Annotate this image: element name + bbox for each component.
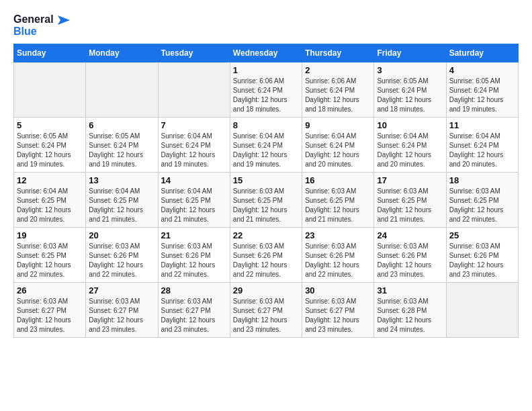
day-header-thursday: Thursday [302, 44, 374, 62]
day-header-saturday: Saturday [446, 44, 518, 62]
day-info: Sunrise: 6:04 AM Sunset: 6:24 PM Dayligh… [377, 132, 443, 169]
calendar-cell: 14Sunrise: 6:04 AM Sunset: 6:25 PM Dayli… [158, 173, 230, 228]
calendar-cell: 8Sunrise: 6:04 AM Sunset: 6:24 PM Daylig… [230, 118, 302, 173]
day-number: 19 [17, 230, 83, 240]
day-number: 16 [305, 175, 371, 185]
calendar-cell: 26Sunrise: 6:03 AM Sunset: 6:27 PM Dayli… [14, 283, 86, 338]
day-number: 29 [233, 285, 299, 295]
day-number: 6 [89, 120, 154, 130]
calendar-cell: 30Sunrise: 6:03 AM Sunset: 6:27 PM Dayli… [302, 283, 374, 338]
day-number: 7 [161, 120, 227, 130]
calendar-cell: 28Sunrise: 6:03 AM Sunset: 6:27 PM Dayli… [158, 283, 230, 338]
day-info: Sunrise: 6:05 AM Sunset: 6:24 PM Dayligh… [89, 132, 154, 169]
day-info: Sunrise: 6:03 AM Sunset: 6:25 PM Dayligh… [17, 242, 83, 279]
day-info: Sunrise: 6:03 AM Sunset: 6:26 PM Dayligh… [449, 242, 515, 279]
calendar-cell: 6Sunrise: 6:05 AM Sunset: 6:24 PM Daylig… [86, 118, 158, 173]
day-number: 20 [89, 230, 154, 240]
day-number: 14 [161, 175, 227, 185]
calendar-cell: 15Sunrise: 6:03 AM Sunset: 6:25 PM Dayli… [230, 173, 302, 228]
calendar-cell: 22Sunrise: 6:03 AM Sunset: 6:26 PM Dayli… [230, 228, 302, 283]
calendar-cell: 4Sunrise: 6:05 AM Sunset: 6:24 PM Daylig… [446, 62, 518, 118]
logo-blue: Blue [13, 26, 70, 38]
calendar-cell: 31Sunrise: 6:03 AM Sunset: 6:28 PM Dayli… [374, 283, 446, 338]
day-number: 8 [233, 120, 299, 130]
day-number: 17 [377, 175, 443, 185]
day-info: Sunrise: 6:05 AM Sunset: 6:24 PM Dayligh… [449, 77, 515, 114]
calendar-cell: 24Sunrise: 6:03 AM Sunset: 6:26 PM Dayli… [374, 228, 446, 283]
calendar-cell: 25Sunrise: 6:03 AM Sunset: 6:26 PM Dayli… [446, 228, 518, 283]
day-info: Sunrise: 6:05 AM Sunset: 6:24 PM Dayligh… [377, 77, 443, 114]
day-number: 9 [305, 120, 371, 130]
day-info: Sunrise: 6:03 AM Sunset: 6:25 PM Dayligh… [449, 187, 515, 224]
calendar-cell: 7Sunrise: 6:04 AM Sunset: 6:24 PM Daylig… [158, 118, 230, 173]
day-number: 11 [449, 120, 515, 130]
day-info: Sunrise: 6:04 AM Sunset: 6:25 PM Dayligh… [161, 187, 227, 224]
calendar-cell: 10Sunrise: 6:04 AM Sunset: 6:24 PM Dayli… [374, 118, 446, 173]
day-info: Sunrise: 6:04 AM Sunset: 6:24 PM Dayligh… [449, 132, 515, 169]
day-info: Sunrise: 6:04 AM Sunset: 6:25 PM Dayligh… [17, 187, 83, 224]
day-number: 24 [377, 230, 443, 240]
day-number: 25 [449, 230, 515, 240]
calendar-cell: 17Sunrise: 6:03 AM Sunset: 6:25 PM Dayli… [374, 173, 446, 228]
day-number: 30 [305, 285, 371, 295]
day-info: Sunrise: 6:03 AM Sunset: 6:25 PM Dayligh… [305, 187, 371, 224]
calendar-cell: 23Sunrise: 6:03 AM Sunset: 6:26 PM Dayli… [302, 228, 374, 283]
logo-general: General [13, 13, 70, 26]
day-info: Sunrise: 6:03 AM Sunset: 6:27 PM Dayligh… [89, 297, 154, 334]
day-header-tuesday: Tuesday [158, 44, 230, 62]
calendar-cell: 9Sunrise: 6:04 AM Sunset: 6:24 PM Daylig… [302, 118, 374, 173]
calendar-cell: 29Sunrise: 6:03 AM Sunset: 6:27 PM Dayli… [230, 283, 302, 338]
day-info: Sunrise: 6:03 AM Sunset: 6:25 PM Dayligh… [233, 187, 299, 224]
day-number: 28 [161, 285, 227, 295]
day-info: Sunrise: 6:03 AM Sunset: 6:27 PM Dayligh… [17, 297, 83, 334]
day-number: 22 [233, 230, 299, 240]
logo: General Blue [13, 13, 70, 37]
calendar-cell: 21Sunrise: 6:03 AM Sunset: 6:26 PM Dayli… [158, 228, 230, 283]
day-number: 13 [89, 175, 154, 185]
calendar-cell: 16Sunrise: 6:03 AM Sunset: 6:25 PM Dayli… [302, 173, 374, 228]
day-number: 27 [89, 285, 154, 295]
day-info: Sunrise: 6:03 AM Sunset: 6:26 PM Dayligh… [233, 242, 299, 279]
calendar-cell: 18Sunrise: 6:03 AM Sunset: 6:25 PM Dayli… [446, 173, 518, 228]
day-number: 5 [17, 120, 83, 130]
day-info: Sunrise: 6:04 AM Sunset: 6:24 PM Dayligh… [305, 132, 371, 169]
day-number: 12 [17, 175, 83, 185]
calendar-cell: 1Sunrise: 6:06 AM Sunset: 6:24 PM Daylig… [230, 62, 302, 118]
calendar-cell: 5Sunrise: 6:05 AM Sunset: 6:24 PM Daylig… [14, 118, 86, 173]
day-header-wednesday: Wednesday [230, 44, 302, 62]
calendar-cell: 12Sunrise: 6:04 AM Sunset: 6:25 PM Dayli… [14, 173, 86, 228]
day-info: Sunrise: 6:03 AM Sunset: 6:26 PM Dayligh… [377, 242, 443, 279]
day-number: 21 [161, 230, 227, 240]
calendar-cell [86, 62, 158, 118]
day-info: Sunrise: 6:04 AM Sunset: 6:24 PM Dayligh… [233, 132, 299, 169]
calendar-cell [14, 62, 86, 118]
day-info: Sunrise: 6:03 AM Sunset: 6:26 PM Dayligh… [305, 242, 371, 279]
day-number: 23 [305, 230, 371, 240]
day-number: 4 [449, 65, 515, 75]
logo-arrow-icon [58, 15, 70, 25]
day-info: Sunrise: 6:03 AM Sunset: 6:26 PM Dayligh… [161, 242, 227, 279]
day-header-monday: Monday [86, 44, 158, 62]
calendar-cell: 11Sunrise: 6:04 AM Sunset: 6:24 PM Dayli… [446, 118, 518, 173]
calendar-cell: 20Sunrise: 6:03 AM Sunset: 6:26 PM Dayli… [86, 228, 158, 283]
calendar-cell: 3Sunrise: 6:05 AM Sunset: 6:24 PM Daylig… [374, 62, 446, 118]
calendar-table: SundayMondayTuesdayWednesdayThursdayFrid… [13, 44, 519, 338]
day-info: Sunrise: 6:04 AM Sunset: 6:25 PM Dayligh… [89, 187, 154, 224]
day-number: 26 [17, 285, 83, 295]
day-header-friday: Friday [374, 44, 446, 62]
day-number: 10 [377, 120, 443, 130]
day-info: Sunrise: 6:03 AM Sunset: 6:26 PM Dayligh… [89, 242, 154, 279]
day-number: 3 [377, 65, 443, 75]
calendar-cell: 27Sunrise: 6:03 AM Sunset: 6:27 PM Dayli… [86, 283, 158, 338]
day-header-sunday: Sunday [14, 44, 86, 62]
day-number: 2 [305, 65, 371, 75]
day-info: Sunrise: 6:03 AM Sunset: 6:28 PM Dayligh… [377, 297, 443, 334]
day-number: 1 [233, 65, 299, 75]
day-info: Sunrise: 6:03 AM Sunset: 6:27 PM Dayligh… [305, 297, 371, 334]
calendar-cell: 2Sunrise: 6:06 AM Sunset: 6:24 PM Daylig… [302, 62, 374, 118]
day-info: Sunrise: 6:06 AM Sunset: 6:24 PM Dayligh… [305, 77, 371, 114]
day-info: Sunrise: 6:03 AM Sunset: 6:27 PM Dayligh… [233, 297, 299, 334]
day-number: 31 [377, 285, 443, 295]
calendar-cell [158, 62, 230, 118]
page-header: General Blue [13, 13, 519, 37]
